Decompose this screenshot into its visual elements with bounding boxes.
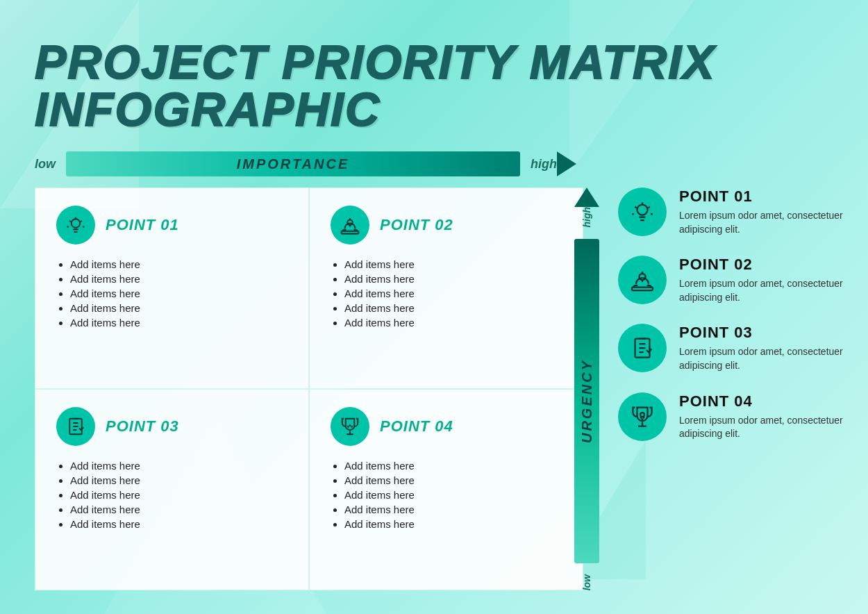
list-item: Add items here — [70, 518, 287, 530]
list-item: Add items here — [344, 302, 562, 314]
importance-low-label: LOW — [35, 157, 56, 172]
cell-3-title: POINT 03 — [106, 417, 179, 435]
svg-point-0 — [72, 219, 81, 228]
right-point-content-1: POINT 01 Lorem ipsum odor amet, consecte… — [679, 188, 854, 236]
right-icon-circle-2 — [618, 256, 667, 304]
list-item: Add items here — [344, 489, 562, 501]
right-point-title-2: POINT 02 — [679, 256, 854, 274]
lightbulb-icon — [65, 215, 86, 235]
right-point-content-3: POINT 03 Lorem ipsum odor amet, consecte… — [679, 324, 854, 372]
right-point-desc-4: Lorem ipsum odor amet, consectetuer adip… — [679, 414, 854, 441]
right-point-desc-2: Lorem ipsum odor amet, consectetuer adip… — [679, 277, 854, 304]
page-title: PROJECT PRIORITY MATRIX INFOGRAPHIC — [35, 38, 868, 133]
cell-1-title: POINT 01 — [106, 216, 179, 234]
svg-rect-6 — [632, 288, 653, 291]
right-point-3: POINT 03 Lorem ipsum odor amet, consecte… — [618, 324, 854, 372]
money-hand-icon-large — [630, 267, 655, 292]
svg-point-8 — [640, 413, 644, 417]
cell-4-title: POINT 04 — [380, 417, 453, 435]
right-point-title-3: POINT 03 — [679, 324, 854, 342]
right-point-1: POINT 01 Lorem ipsum odor amet, consecte… — [618, 188, 854, 236]
list-item: Add items here — [70, 302, 287, 314]
list-item: Add items here — [70, 288, 287, 299]
list-item: Add items here — [70, 460, 287, 472]
cell-3-list: Add items here Add items here Add items … — [56, 460, 287, 530]
money-hand-icon — [340, 215, 360, 235]
urgency-low-label: LOW — [581, 574, 592, 590]
cell-2-list: Add items here Add items here Add items … — [331, 258, 562, 329]
urgency-bar-label: URGENCY — [579, 359, 595, 443]
list-item: Add items here — [70, 504, 287, 515]
trophy-icon-large — [630, 404, 655, 429]
list-item: Add items here — [70, 317, 287, 329]
right-point-title-4: POINT 04 — [679, 392, 854, 410]
right-icon-circle-4 — [618, 392, 667, 441]
list-item: Add items here — [344, 518, 562, 530]
cell-4-list: Add items here Add items here Add items … — [331, 460, 562, 530]
trophy-icon — [340, 416, 360, 437]
list-item: Add items here — [344, 474, 562, 486]
matrix-grid: POINT 01 Add items here Add items here A… — [35, 188, 583, 590]
svg-rect-2 — [342, 231, 359, 234]
cell-2-title: POINT 02 — [380, 216, 453, 234]
urgency-axis: HIGH URGENCY LOW — [569, 188, 604, 590]
svg-point-4 — [637, 205, 648, 215]
lightbulb-icon-large — [630, 199, 655, 224]
list-item: Add items here — [344, 258, 562, 270]
right-panel: POINT 01 Lorem ipsum odor amet, consecte… — [618, 188, 854, 460]
list-item: Add items here — [344, 317, 562, 329]
list-item: Add items here — [70, 474, 287, 486]
matrix-cell-4: POINT 04 Add items here Add items here A… — [309, 389, 583, 590]
cell-1-list: Add items here Add items here Add items … — [56, 258, 287, 329]
right-point-desc-1: Lorem ipsum odor amet, consectetuer adip… — [679, 209, 854, 236]
clipboard-icon-large — [630, 335, 655, 360]
right-point-4: POINT 04 Lorem ipsum odor amet, consecte… — [618, 392, 854, 441]
list-item: Add items here — [344, 288, 562, 299]
right-point-title-1: POINT 01 — [679, 188, 854, 206]
list-item: Add items here — [70, 258, 287, 270]
cell-2-header: POINT 02 — [331, 206, 562, 244]
list-item: Add items here — [70, 489, 287, 501]
list-item: Add items here — [344, 504, 562, 515]
cell-1-header: POINT 01 — [56, 206, 287, 244]
urgency-high-label: HIGH — [581, 207, 592, 228]
importance-arrow-icon — [557, 151, 576, 176]
right-point-2: POINT 02 Lorem ipsum odor amet, consecte… — [618, 256, 854, 304]
importance-high-label: HIGH — [531, 157, 557, 172]
list-item: Add items here — [70, 273, 287, 285]
importance-bar-label: IMPORTANCE — [237, 156, 350, 172]
matrix-cell-1: POINT 01 Add items here Add items here A… — [35, 188, 309, 389]
matrix-cell-3: POINT 03 Add items here Add items here A… — [35, 389, 309, 590]
right-point-content-2: POINT 02 Lorem ipsum odor amet, consecte… — [679, 256, 854, 304]
urgency-bar: URGENCY — [574, 239, 599, 563]
right-point-desc-3: Lorem ipsum odor amet, consectetuer adip… — [679, 345, 854, 372]
cell-2-icon-circle — [331, 206, 369, 244]
cell-3-header: POINT 03 — [56, 407, 287, 446]
cell-1-icon-circle — [56, 206, 95, 244]
list-item: Add items here — [344, 460, 562, 472]
cell-4-header: POINT 04 — [331, 407, 562, 446]
right-point-content-4: POINT 04 Lorem ipsum odor amet, consecte… — [679, 392, 854, 441]
cell-3-icon-circle — [56, 407, 95, 446]
right-icon-circle-1 — [618, 188, 667, 236]
cell-4-icon-circle — [331, 407, 369, 446]
urgency-arrow-icon — [574, 188, 599, 207]
matrix-cell-2: POINT 02 Add items here Add items here A… — [309, 188, 583, 389]
list-item: Add items here — [344, 273, 562, 285]
importance-bar: IMPORTANCE — [66, 151, 520, 176]
right-icon-circle-3 — [618, 324, 667, 372]
importance-axis: LOW IMPORTANCE HIGH — [35, 151, 576, 176]
clipboard-icon — [65, 416, 86, 437]
